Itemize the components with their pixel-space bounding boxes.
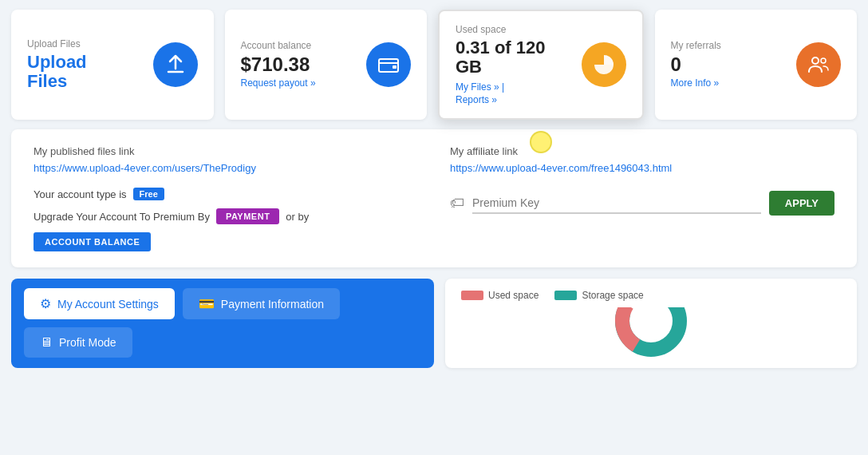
reports-link[interactable]: Reports » — [456, 94, 569, 105]
affiliate-link-label: My affiliate link — [450, 145, 834, 157]
account-balance-button[interactable]: ACCOUNT BALANCE — [34, 232, 151, 251]
upload-icon-circle — [153, 42, 198, 87]
free-badge: Free — [133, 188, 164, 200]
my-referrals-value: 0 — [671, 54, 784, 75]
affiliate-link[interactable]: https://www.upload-4ever.com/free1496043… — [450, 162, 672, 174]
my-referrals-text: My referrals 0 More Info » — [671, 40, 784, 89]
used-space-label: Used space — [456, 24, 569, 35]
svg-point-2 — [812, 57, 819, 64]
used-space-text: Used space 0.31 of 120GB My Files » | Re… — [456, 24, 569, 105]
chart-panel: Used space Storage space — [445, 279, 857, 368]
published-link-label: My published files link — [34, 145, 418, 157]
upload-icon — [164, 53, 187, 77]
middle-row: My published files link https://www.uplo… — [34, 145, 834, 251]
svg-rect-1 — [393, 65, 397, 69]
users-icon-circle — [796, 42, 841, 87]
account-balance-label: Account balance — [241, 40, 354, 51]
upload-files-title: UploadFiles — [27, 53, 140, 91]
profit-mode-tab[interactable]: 🖥 Profit Mode — [24, 327, 132, 358]
chart-area — [461, 307, 841, 357]
upload-files-text: Upload Files UploadFiles — [27, 38, 140, 91]
my-account-settings-tab[interactable]: ⚙ My Account Settings — [24, 288, 175, 319]
profit-mode-label: Profit Mode — [59, 336, 116, 349]
top-cards-row: Upload Files UploadFiles Account balance… — [0, 0, 868, 129]
used-space-value: 0.31 of 120GB — [456, 38, 569, 77]
account-type-text: Your account type is — [34, 188, 127, 200]
orby-text: or by — [286, 211, 309, 223]
payment-information-tab[interactable]: 💳 Payment Information — [183, 288, 340, 319]
wallet-icon — [377, 53, 400, 77]
account-balance-text: Account balance $710.38 Request payout » — [241, 40, 354, 89]
apply-button[interactable]: APPLY — [769, 191, 834, 216]
wallet-icon-circle — [366, 42, 411, 87]
gear-icon: ⚙ — [40, 296, 51, 311]
my-referrals-card: My referrals 0 More Info » — [655, 10, 858, 120]
request-payout-link[interactable]: Request payout » — [241, 77, 316, 89]
my-account-settings-label: My Account Settings — [57, 298, 159, 311]
more-info-link[interactable]: More Info » — [671, 77, 720, 89]
pie-chart-icon — [592, 53, 616, 77]
payment-information-label: Payment Information — [221, 298, 324, 311]
legend-used: Used space — [461, 290, 539, 301]
middle-right-col: My affiliate link https://www.upload-4ev… — [450, 145, 834, 251]
storage-space-legend-color — [554, 291, 577, 300]
middle-section: My published files link https://www.uplo… — [11, 129, 857, 267]
users-icon — [807, 53, 831, 77]
svg-point-3 — [821, 58, 826, 63]
my-files-link[interactable]: My Files » | — [456, 81, 569, 93]
chart-legend: Used space Storage space — [461, 290, 841, 301]
my-referrals-label: My referrals — [671, 40, 784, 51]
legend-storage: Storage space — [554, 290, 643, 301]
account-type-row: Your account type is Free — [34, 188, 418, 200]
upgrade-text: Upgrade Your Account To Premium By — [34, 211, 210, 223]
upgrade-row: Upgrade Your Account To Premium By PAYME… — [34, 208, 418, 224]
key-icon: 🏷 — [450, 195, 464, 212]
card-icon: 💳 — [199, 296, 215, 311]
used-space-legend-label: Used space — [488, 290, 539, 301]
premium-key-input[interactable] — [472, 193, 761, 214]
published-link[interactable]: https://www.upload-4ever.com/users/ThePr… — [34, 162, 256, 174]
monitor-icon: 🖥 — [40, 335, 53, 350]
storage-space-legend-label: Storage space — [582, 290, 643, 301]
upload-files-card[interactable]: Upload Files UploadFiles — [11, 10, 214, 120]
used-space-legend-color — [461, 291, 483, 300]
account-balance-value: $710.38 — [241, 54, 354, 75]
tabs-row-2: 🖥 Profit Mode — [24, 327, 421, 358]
used-space-card: Used space 0.31 of 120GB My Files » | Re… — [438, 10, 644, 120]
donut-chart — [615, 307, 687, 357]
tabs-row-1: ⚙ My Account Settings 💳 Payment Informat… — [24, 288, 421, 319]
used-space-links: My Files » | Reports » — [456, 81, 569, 105]
pie-icon-circle — [582, 42, 626, 87]
middle-left-col: My published files link https://www.uplo… — [34, 145, 418, 251]
premium-key-row: 🏷 APPLY — [450, 191, 834, 216]
payment-button[interactable]: PAYMENT — [216, 208, 279, 224]
account-balance-card: Account balance $710.38 Request payout » — [225, 10, 428, 120]
bottom-section: ⚙ My Account Settings 💳 Payment Informat… — [11, 279, 857, 368]
upload-files-label: Upload Files — [27, 38, 140, 49]
bottom-tabs-panel: ⚙ My Account Settings 💳 Payment Informat… — [11, 279, 434, 368]
